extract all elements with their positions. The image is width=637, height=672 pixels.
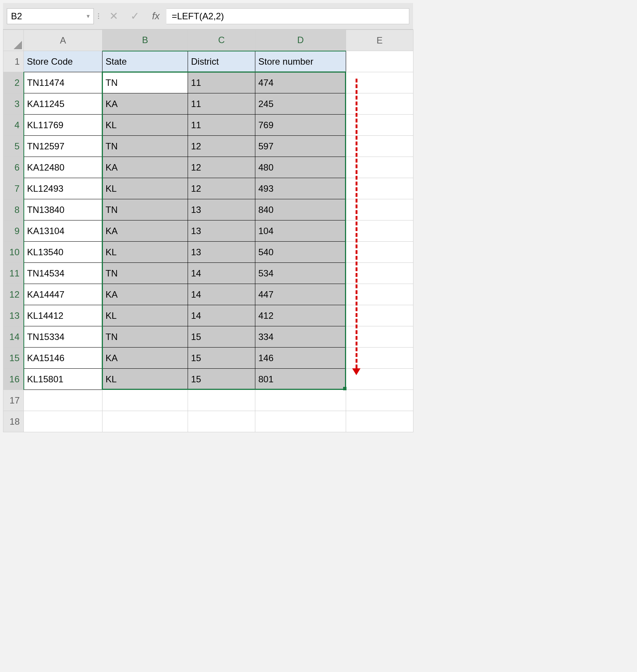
cell-E14[interactable] bbox=[346, 326, 413, 348]
cell-D9[interactable]: 104 bbox=[255, 220, 346, 242]
cell-A3[interactable]: KA11245 bbox=[24, 93, 103, 115]
cell-A16[interactable]: KL15801 bbox=[24, 369, 103, 390]
cell-D13[interactable]: 412 bbox=[255, 305, 346, 326]
col-header-B[interactable]: B bbox=[103, 30, 188, 51]
cell-D3[interactable]: 245 bbox=[255, 93, 346, 115]
cell-B10[interactable]: KL bbox=[103, 242, 188, 263]
insert-function-button[interactable]: fx bbox=[145, 8, 166, 24]
cell-D5[interactable]: 597 bbox=[255, 136, 346, 157]
select-all-corner[interactable] bbox=[3, 30, 24, 51]
cell-C16[interactable]: 15 bbox=[188, 369, 255, 390]
cell-B11[interactable]: TN bbox=[103, 263, 188, 284]
row-header[interactable]: 8 bbox=[3, 199, 24, 220]
cell-C1[interactable]: District bbox=[188, 51, 255, 72]
cell-B2[interactable]: TN bbox=[103, 72, 188, 93]
col-header-D[interactable]: D bbox=[255, 30, 346, 51]
row-header[interactable]: 7 bbox=[3, 178, 24, 199]
cell-B12[interactable]: KA bbox=[103, 284, 188, 305]
cell-D6[interactable]: 480 bbox=[255, 157, 346, 178]
row-header[interactable]: 15 bbox=[3, 348, 24, 369]
cell-E16[interactable] bbox=[346, 369, 413, 390]
cell-E4[interactable] bbox=[346, 115, 413, 136]
cell-C14[interactable]: 15 bbox=[188, 326, 255, 348]
cell-E13[interactable] bbox=[346, 305, 413, 326]
cell-A14[interactable]: TN15334 bbox=[24, 326, 103, 348]
cell-D2[interactable]: 474 bbox=[255, 72, 346, 93]
cell-B14[interactable]: TN bbox=[103, 326, 188, 348]
cell-A10[interactable]: KL13540 bbox=[24, 242, 103, 263]
col-header-A[interactable]: A bbox=[24, 30, 103, 51]
spreadsheet-grid[interactable]: A B C D E 1Store CodeStateDistrictStore … bbox=[3, 29, 413, 432]
row-header[interactable]: 12 bbox=[3, 284, 24, 305]
cell-B16[interactable]: KL bbox=[103, 369, 188, 390]
row-header[interactable]: 18 bbox=[3, 411, 24, 432]
cell-D14[interactable]: 334 bbox=[255, 326, 346, 348]
cell-E3[interactable] bbox=[346, 93, 413, 115]
row-header[interactable]: 10 bbox=[3, 242, 24, 263]
cell-D4[interactable]: 769 bbox=[255, 115, 346, 136]
cell-E6[interactable] bbox=[346, 157, 413, 178]
cell-D11[interactable]: 534 bbox=[255, 263, 346, 284]
cell-B7[interactable]: KL bbox=[103, 178, 188, 199]
cell-B17[interactable] bbox=[103, 390, 188, 411]
row-header[interactable]: 3 bbox=[3, 93, 24, 115]
row-header[interactable]: 2 bbox=[3, 72, 24, 93]
row-header[interactable]: 1 bbox=[3, 51, 24, 72]
cell-E10[interactable] bbox=[346, 242, 413, 263]
cell-A13[interactable]: KL14412 bbox=[24, 305, 103, 326]
cell-A9[interactable]: KA13104 bbox=[24, 220, 103, 242]
row-header[interactable]: 9 bbox=[3, 220, 24, 242]
row-header[interactable]: 13 bbox=[3, 305, 24, 326]
cell-C4[interactable]: 11 bbox=[188, 115, 255, 136]
cell-A4[interactable]: KL11769 bbox=[24, 115, 103, 136]
cell-A12[interactable]: KA14447 bbox=[24, 284, 103, 305]
cell-B18[interactable] bbox=[103, 411, 188, 432]
cell-D16[interactable]: 801 bbox=[255, 369, 346, 390]
row-header[interactable]: 17 bbox=[3, 390, 24, 411]
cell-C7[interactable]: 12 bbox=[188, 178, 255, 199]
cell-D7[interactable]: 493 bbox=[255, 178, 346, 199]
formula-enter-button[interactable]: ✓ bbox=[124, 8, 145, 24]
cell-A8[interactable]: TN13840 bbox=[24, 199, 103, 220]
cell-E15[interactable] bbox=[346, 348, 413, 369]
cell-E8[interactable] bbox=[346, 199, 413, 220]
cell-C9[interactable]: 13 bbox=[188, 220, 255, 242]
cell-E5[interactable] bbox=[346, 136, 413, 157]
cell-E17[interactable] bbox=[346, 390, 413, 411]
formula-cancel-button[interactable]: ✕ bbox=[103, 8, 124, 24]
name-box-dropdown-icon[interactable]: ▾ bbox=[87, 12, 90, 20]
cell-C15[interactable]: 15 bbox=[188, 348, 255, 369]
cell-A5[interactable]: TN12597 bbox=[24, 136, 103, 157]
col-header-C[interactable]: C bbox=[188, 30, 255, 51]
cell-B9[interactable]: KA bbox=[103, 220, 188, 242]
cell-D1[interactable]: Store number bbox=[255, 51, 346, 72]
row-header[interactable]: 16 bbox=[3, 369, 24, 390]
cell-D15[interactable]: 146 bbox=[255, 348, 346, 369]
cell-B3[interactable]: KA bbox=[103, 93, 188, 115]
row-header[interactable]: 6 bbox=[3, 157, 24, 178]
cell-B13[interactable]: KL bbox=[103, 305, 188, 326]
cell-E18[interactable] bbox=[346, 411, 413, 432]
cell-D8[interactable]: 840 bbox=[255, 199, 346, 220]
row-header[interactable]: 5 bbox=[3, 136, 24, 157]
cell-E9[interactable] bbox=[346, 220, 413, 242]
cell-A7[interactable]: KL12493 bbox=[24, 178, 103, 199]
cell-C11[interactable]: 14 bbox=[188, 263, 255, 284]
cell-A17[interactable] bbox=[24, 390, 103, 411]
cell-E1[interactable] bbox=[346, 51, 413, 72]
cell-C8[interactable]: 13 bbox=[188, 199, 255, 220]
cell-C18[interactable] bbox=[188, 411, 255, 432]
cell-A6[interactable]: KA12480 bbox=[24, 157, 103, 178]
cell-C10[interactable]: 13 bbox=[188, 242, 255, 263]
cell-B15[interactable]: KA bbox=[103, 348, 188, 369]
cell-C6[interactable]: 12 bbox=[188, 157, 255, 178]
cell-B5[interactable]: TN bbox=[103, 136, 188, 157]
cell-E2[interactable] bbox=[346, 72, 413, 93]
cell-C13[interactable]: 14 bbox=[188, 305, 255, 326]
row-header[interactable]: 14 bbox=[3, 326, 24, 348]
cell-C2[interactable]: 11 bbox=[188, 72, 255, 93]
cell-E11[interactable] bbox=[346, 263, 413, 284]
cell-A2[interactable]: TN11474 bbox=[24, 72, 103, 93]
cell-C12[interactable]: 14 bbox=[188, 284, 255, 305]
cell-C3[interactable]: 11 bbox=[188, 93, 255, 115]
